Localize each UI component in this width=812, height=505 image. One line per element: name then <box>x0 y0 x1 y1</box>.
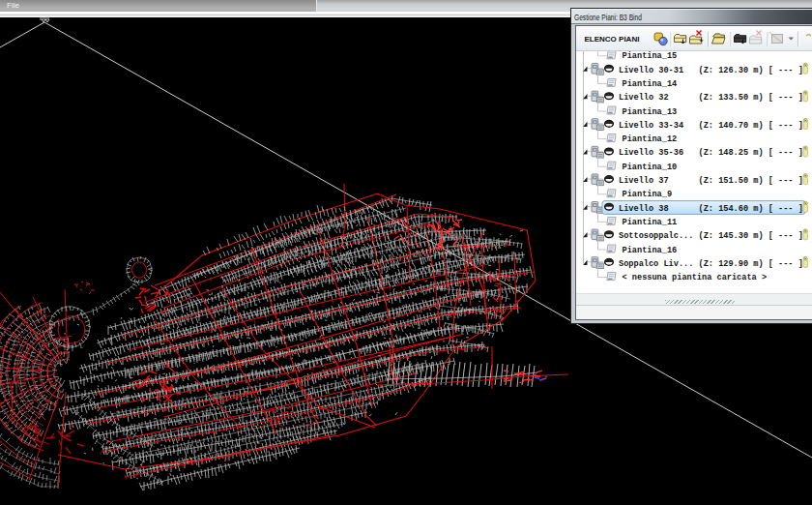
svg-text:Piantina_16: Piantina_16 <box>623 245 678 254</box>
svg-text:Livello 35-36 (Z: 148.25 m): Livello 35-36 (Z: 148.25 m) [ --- ] <box>619 148 803 158</box>
svg-text:Soppalco Liv... (Z: 129.90 m): Soppalco Liv... (Z: 129.90 m) [ --- ] <box>619 258 803 268</box>
svg-text:Piantina_15: Piantina_15 <box>623 51 678 61</box>
svg-text:Piantina_10: Piantina_10 <box>623 162 678 171</box>
svg-text:Livello 37 (Z: 151.50 m): Livello 37 (Z: 151.50 m) [ --- ] <box>619 176 803 186</box>
svg-text:Livello 30-31 (Z: 126.30 m): Livello 30-31 (Z: 126.30 m) [ --- ] <box>619 65 803 74</box>
svg-text:Livello 38 (Z: 154.60 m): Livello 38 (Z: 154.60 m) [ --- ] <box>619 203 803 213</box>
svg-text:Piantina_13: Piantina_13 <box>623 106 678 116</box>
svg-text:Sottosoppalc... (Z: 145.30 m): Sottosoppalc... (Z: 145.30 m) [ --- ] <box>619 231 803 241</box>
svg-text:Livello 33-34 (Z: 140.70 m): Livello 33-34 (Z: 140.70 m) [ --- ] <box>619 120 803 130</box>
svg-text:Piantina_9: Piantina_9 <box>623 190 673 199</box>
svg-text:Livello 32 (Z: 133.50 m): Livello 32 (Z: 133.50 m) [ --- ] <box>619 93 803 103</box>
svg-text:Piantina_12: Piantina_12 <box>623 134 678 144</box>
svg-text:< nessuna piantina caricata >: < nessuna piantina caricata > <box>623 273 768 282</box>
svg-text:Piantina_14: Piantina_14 <box>623 78 678 88</box>
svg-text:Piantina_11: Piantina_11 <box>623 217 678 226</box>
